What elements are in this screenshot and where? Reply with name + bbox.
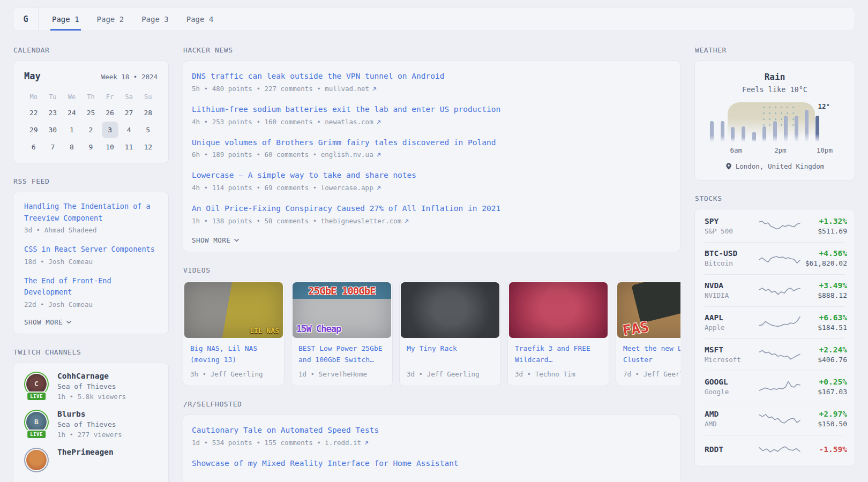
twitch-game: Sea of Thieves xyxy=(57,420,122,428)
calendar-day: 7 xyxy=(44,139,61,155)
rss-item-link[interactable]: Handling The Indentation of a Treeview C… xyxy=(24,202,151,222)
stocks-section: STOCKS SPY S&P 500 +1.32% $511.69 BTC- xyxy=(694,194,855,466)
tab-page-2[interactable]: Page 2 xyxy=(95,7,126,31)
twitch-channel-name[interactable]: CohhCarnage xyxy=(57,372,126,380)
twitch-widget: C LIVE CohhCarnage Sea of Thieves 1h • 5… xyxy=(13,363,169,482)
twitch-viewers: 1h • 5.8k viewers xyxy=(57,393,126,401)
weather-bar xyxy=(773,121,777,142)
calendar-day: 12 xyxy=(140,139,156,155)
stock-change: +4.56% xyxy=(801,249,847,258)
hn-item-link[interactable]: Lowercase – A simple way to take and sha… xyxy=(192,171,416,179)
videos-section: VIDEOS LIL NAS Big NAS, Lil NAS (moving … xyxy=(183,266,680,386)
stock-price: $511.69 xyxy=(801,227,847,235)
stock-change: -1.59% xyxy=(801,445,847,454)
stock-row[interactable]: MSFT Microsoft +2.24% $406.76 xyxy=(705,339,845,371)
video-title[interactable]: Traefik 3 and FREE Wildcard… xyxy=(515,343,602,366)
stock-row[interactable]: BTC-USD Bitcoin +4.56% $61,820.02 xyxy=(705,243,845,275)
calendar-weekday-label: Fr xyxy=(106,90,114,104)
hn-item-link[interactable]: Lithium-free sodium batteries exit the l… xyxy=(192,105,500,114)
video-card[interactable]: 25GbE 100GbE 15W Cheap BEST Low Power 25… xyxy=(291,281,393,386)
stock-row[interactable]: AAPL Apple +6.63% $184.51 xyxy=(705,307,845,339)
calendar-section: CALENDAR May Week 18 • 2024 MoTuWeThFrSa… xyxy=(13,46,169,163)
hn-show-more-button[interactable]: SHOW MORE xyxy=(192,236,671,244)
stock-sparkline xyxy=(758,347,801,363)
video-title[interactable]: My Tiny Rack xyxy=(407,343,493,366)
stock-sparkline xyxy=(758,250,801,266)
hn-item: DNS traffic can leak outside the VPN tun… xyxy=(192,71,671,93)
stock-change: +2.97% xyxy=(801,410,847,418)
top-navbar: G Page 1 Page 2 Page 3 Page 4 xyxy=(13,7,855,31)
stock-row[interactable]: NVDA NVIDIA +3.49% $888.12 xyxy=(705,275,845,307)
external-link-icon xyxy=(376,119,381,125)
time-label: 2pm xyxy=(774,146,787,154)
video-card[interactable]: My Tiny Rack 3d • Jeff Geerling xyxy=(399,281,501,386)
twitch-viewers: 1h • 277 viewers xyxy=(57,431,122,439)
stock-row[interactable]: SPY S&P 500 +1.32% $511.69 xyxy=(705,210,845,243)
video-meta: 3d • Jeff Geerling xyxy=(407,370,493,378)
tab-page-4[interactable]: Page 4 xyxy=(185,7,215,31)
video-meta: 3d • Techno Tim xyxy=(515,370,602,378)
tab-page-1[interactable]: Page 1 xyxy=(50,7,81,31)
rss-show-more-button[interactable]: SHOW MORE xyxy=(24,318,158,326)
tab-page-3[interactable]: Page 3 xyxy=(140,7,170,31)
twitch-channel-name[interactable]: ThePrimeagen xyxy=(57,448,114,456)
video-card[interactable]: FAS Meet the new Linux Cluster 7d • Jeff… xyxy=(616,281,680,386)
weather-bar xyxy=(731,127,735,142)
calendar-day: 5 xyxy=(140,122,156,138)
stock-row[interactable]: GOOGL Google +0.25% $167.03 xyxy=(705,371,845,403)
video-title[interactable]: BEST Low Power 25GbE and 100GbE Switch… xyxy=(298,343,385,366)
stock-sparkline xyxy=(758,282,801,298)
video-card[interactable]: Traefik 3 and FREE Wildcard… 3d • Techno… xyxy=(507,281,609,386)
app-logo[interactable]: G xyxy=(13,7,39,31)
stock-change: +3.49% xyxy=(801,281,847,290)
rss-item-meta: 22d • Josh Comeau xyxy=(24,300,158,308)
calendar-day: 29 xyxy=(25,122,42,138)
calendar-day: 9 xyxy=(83,139,99,155)
stock-price: $184.51 xyxy=(801,323,847,332)
weather-condition: Rain xyxy=(706,72,844,82)
calendar-day: 26 xyxy=(102,104,118,121)
hn-item-link[interactable]: An Oil Price-Fixing Conspiracy Caused 27… xyxy=(192,204,500,213)
weather-bar xyxy=(721,121,724,142)
calendar-day: 11 xyxy=(121,139,137,155)
stock-row[interactable]: AMD AMD +2.97% $150.50 xyxy=(705,403,845,435)
hn-item-meta: 1h • 138 points • 58 comments • thebigne… xyxy=(192,217,671,225)
stock-symbol: GOOGL xyxy=(705,378,758,386)
video-thumbnail xyxy=(509,282,608,338)
right-column: WEATHER Rain Feels like 10°C 12° 6am 2pm… xyxy=(694,46,855,480)
selfhosted-section-title: /R/SELFHOSTED xyxy=(183,400,680,408)
twitch-channel-name[interactable]: Blurbs xyxy=(57,410,122,418)
twitch-channel-row[interactable]: C LIVE CohhCarnage Sea of Thieves 1h • 5… xyxy=(24,372,158,401)
stocks-widget: SPY S&P 500 +1.32% $511.69 BTC-USD Bitco… xyxy=(694,209,855,466)
calendar-day: 6 xyxy=(25,139,42,155)
stock-row[interactable]: RDDT -1.59% xyxy=(705,435,845,465)
stock-change: +2.24% xyxy=(801,345,847,354)
video-thumbnail: LIL NAS xyxy=(184,282,283,338)
max-temp-label: 12° xyxy=(818,102,830,110)
weather-section: WEATHER Rain Feels like 10°C 12° 6am 2pm… xyxy=(694,46,855,180)
twitch-channel-row[interactable]: B LIVE Blurbs Sea of Thieves 1h • 277 vi… xyxy=(24,410,158,439)
calendar-weekday-label: Su xyxy=(144,90,152,104)
stock-change: +0.25% xyxy=(801,378,847,386)
twitch-channel-row[interactable]: ThePrimeagen xyxy=(24,448,158,475)
rss-item-link[interactable]: The End of Front-End Development xyxy=(24,276,111,297)
reddit-item-link[interactable]: Showcase of my Mixed Reality Interface f… xyxy=(192,459,459,468)
video-title[interactable]: Big NAS, Lil NAS (moving 13) xyxy=(190,343,277,366)
external-link-icon xyxy=(364,440,369,446)
stock-symbol: AAPL xyxy=(705,313,758,322)
stock-sparkline xyxy=(758,314,801,330)
rss-item-link[interactable]: CSS in React Server Components xyxy=(24,245,155,253)
weather-bars xyxy=(710,109,819,142)
weather-feels-like: Feels like 10°C xyxy=(706,85,844,94)
weather-bar xyxy=(752,132,756,142)
hn-item-meta: 5h • 480 points • 227 comments • mullvad… xyxy=(192,85,671,93)
calendar-section-title: CALENDAR xyxy=(13,46,169,54)
video-title[interactable]: Meet the new Linux Cluster xyxy=(623,343,680,366)
reddit-item-link[interactable]: Cautionary Tale on Automated Speed Tests xyxy=(192,426,379,434)
hn-item-link[interactable]: DNS traffic can leak outside the VPN tun… xyxy=(192,72,444,80)
video-card[interactable]: LIL NAS Big NAS, Lil NAS (moving 13) 3h … xyxy=(183,281,285,386)
calendar-day: 28 xyxy=(140,104,156,121)
calendar-day: 10 xyxy=(102,139,118,155)
hn-item-link[interactable]: Unique volumes of Brothers Grimm fairy t… xyxy=(192,138,496,147)
rss-item-meta: 3d • Ahmad Shadeed xyxy=(24,226,158,234)
